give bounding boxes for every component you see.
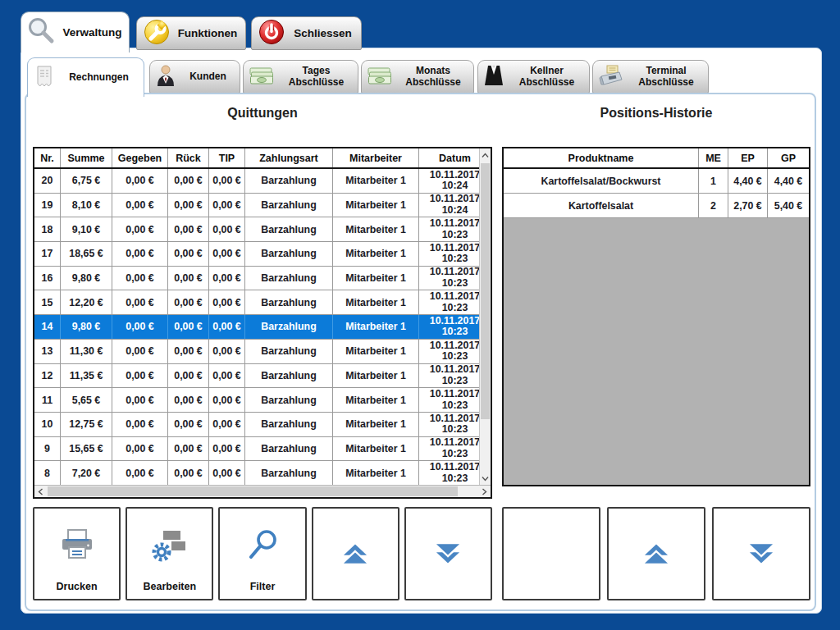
tab-schliessen[interactable]: Schliessen [251,16,362,50]
col-gp: GP [768,148,809,167]
cell-mitarbeiter: Mitarbeiter 1 [333,315,419,339]
cell-gegeben: 0,00 € [112,169,168,193]
table-row[interactable]: Kartoffelsalat 2 2,70 € 5,40 € [504,194,809,218]
chevrons-down-icon [714,509,809,599]
cell-mitarbeiter: Mitarbeiter 1 [333,267,419,290]
receipt-icon [34,65,54,91]
cell-summe: 11,30 € [61,340,112,363]
scroll-positions-down-button[interactable] [712,507,810,600]
terminal-icon [598,64,624,90]
cell-tip: 0,00 € [209,290,245,314]
bearbeiten-button[interactable]: Bearbeiten [126,507,213,600]
filter-button[interactable]: Filter [218,507,306,600]
cell-tip: 0,00 € [209,388,245,412]
cell-rueck: 0,00 € [168,437,209,461]
table-row[interactable]: 11 5,65 € 0,00 € 0,00 € 0,00 € Barzahlun… [34,388,491,413]
scroll-left-arrow-icon[interactable] [34,486,47,497]
cell-nr: 12 [34,364,61,388]
table-row[interactable]: 18 9,10 € 0,00 € 0,00 € 0,00 € Barzahlun… [34,217,491,242]
tab-monats-abschluesse[interactable]: MonatsAbschlüsse [361,60,474,94]
app-window: Verwaltung Funktionen [0,0,840,630]
table-row[interactable]: 20 6,75 € 0,00 € 0,00 € 0,00 € Barzahlun… [34,169,491,194]
edit-gear-icon [127,528,212,563]
positions-rows: Kartoffelsalat/Bockwurst 1 4,40 € 4,40 €… [504,169,809,218]
table-row[interactable]: 17 18,65 € 0,00 € 0,00 € 0,00 € Barzahlu… [34,242,491,267]
cell-summe: 5,65 € [61,388,112,412]
cell-gegeben: 0,00 € [112,437,168,461]
cell-nr: 14 [34,315,61,339]
tab-funktionen[interactable]: Funktionen [136,16,246,50]
table-row[interactable]: 19 8,10 € 0,00 € 0,00 € 0,00 € Barzahlun… [34,194,491,218]
tab-rechnungen[interactable]: Rechnungen [27,57,144,97]
cell-mitarbeiter: Mitarbeiter 1 [333,194,419,217]
cell-zahlungsart: Barzahlung [245,169,333,193]
drucken-button[interactable]: Drucken [33,507,121,600]
cell-mitarbeiter: Mitarbeiter 1 [333,413,419,436]
cell-rueck: 0,00 € [168,461,209,485]
cell-zahlungsart: Barzahlung [245,315,333,339]
receipts-rows: 20 6,75 € 0,00 € 0,00 € 0,00 € Barzahlun… [34,169,491,485]
tab-label: Funktionen [170,27,245,39]
empty-button[interactable] [502,507,600,600]
cell-tip: 0,00 € [209,364,245,388]
cell-gegeben: 0,00 € [112,194,168,217]
table-row[interactable]: 8 7,20 € 0,00 € 0,00 € 0,00 € Barzahlung… [34,461,491,485]
cell-nr: 20 [34,169,61,193]
scroll-up-arrow-icon[interactable] [480,148,491,162]
scroll-table-up-button[interactable] [312,507,399,600]
table-row[interactable]: 9 15,65 € 0,00 € 0,00 € 0,00 € Barzahlun… [34,437,491,462]
tab-label: MonatsAbschlüsse [393,66,473,89]
col-produktname: Produktname [504,148,699,167]
person-icon [155,64,176,90]
table-row[interactable]: 10 12,75 € 0,00 € 0,00 € 0,00 € Barzahlu… [34,413,491,437]
cell-rueck: 0,00 € [168,413,209,436]
button-label: Drucken [34,581,119,592]
table-row[interactable]: 14 9,80 € 0,00 € 0,00 € 0,00 € Barzahlun… [34,315,491,340]
cell-summe: 9,10 € [61,217,112,241]
scroll-positions-up-button[interactable] [607,507,705,600]
cell-nr: 10 [34,413,61,436]
table-row[interactable]: 13 11,30 € 0,00 € 0,00 € 0,00 € Barzahlu… [34,340,491,364]
cell-nr: 11 [34,388,61,412]
table-row[interactable]: 15 12,20 € 0,00 € 0,00 € 0,00 € Barzahlu… [34,290,491,315]
cell-tip: 0,00 € [209,340,245,363]
tab-tages-abschluesse[interactable]: TagesAbschlüsse [243,60,358,94]
vertical-scrollbar[interactable] [479,148,491,485]
col-nr: Nr. [34,148,61,167]
scroll-down-arrow-icon[interactable] [480,472,491,485]
cell-zahlungsart: Barzahlung [245,388,333,412]
col-mitarbeiter: Mitarbeiter [333,148,419,167]
tab-label: Kunden [176,71,240,83]
cell-produktname: Kartoffelsalat [504,194,699,217]
cell-ep: 4,40 € [728,169,768,193]
col-summe: Summe [61,148,112,167]
horizontal-scrollbar-thumb[interactable] [48,486,458,496]
scroll-table-down-button[interactable] [404,507,492,600]
tab-kellner-abschluesse[interactable]: KellnerAbschlüsse [477,60,590,94]
tab-kunden[interactable]: Kunden [149,60,240,94]
table-row[interactable]: 16 9,80 € 0,00 € 0,00 € 0,00 € Barzahlun… [34,267,491,291]
tab-terminal-abschluesse[interactable]: TerminalAbschlüsse [592,60,709,94]
chevrons-up-icon [609,509,704,599]
cell-nr: 8 [34,461,61,485]
horizontal-scrollbar[interactable] [34,485,491,497]
col-rueck: Rück [168,148,209,167]
cell-mitarbeiter: Mitarbeiter 1 [333,437,419,461]
positions-table-header: Produktname ME EP GP [504,148,809,169]
scroll-right-arrow-icon[interactable] [478,486,491,497]
left-button-bar: Drucken Bearbeiten Filter [33,507,492,600]
cell-summe: 18,65 € [61,242,112,266]
tab-label: Schliessen [285,27,361,39]
cell-tip: 0,00 € [209,194,245,217]
chevrons-down-icon [406,509,491,599]
cell-gegeben: 0,00 € [112,461,168,485]
cell-nr: 19 [34,194,61,217]
tab-verwaltung[interactable]: Verwaltung [21,11,130,52]
quittungen-table-header: Nr. Summe Gegeben Rück TIP Zahlungsart M… [34,148,491,169]
vertical-scrollbar-thumb[interactable] [481,163,490,419]
cell-zahlungsart: Barzahlung [245,242,333,266]
table-row[interactable]: 12 11,35 € 0,00 € 0,00 € 0,00 € Barzahlu… [34,364,491,389]
table-row[interactable]: Kartoffelsalat/Bockwurst 1 4,40 € 4,40 € [504,169,809,194]
cell-tip: 0,00 € [209,242,245,266]
tab-label: Verwaltung [56,26,129,39]
